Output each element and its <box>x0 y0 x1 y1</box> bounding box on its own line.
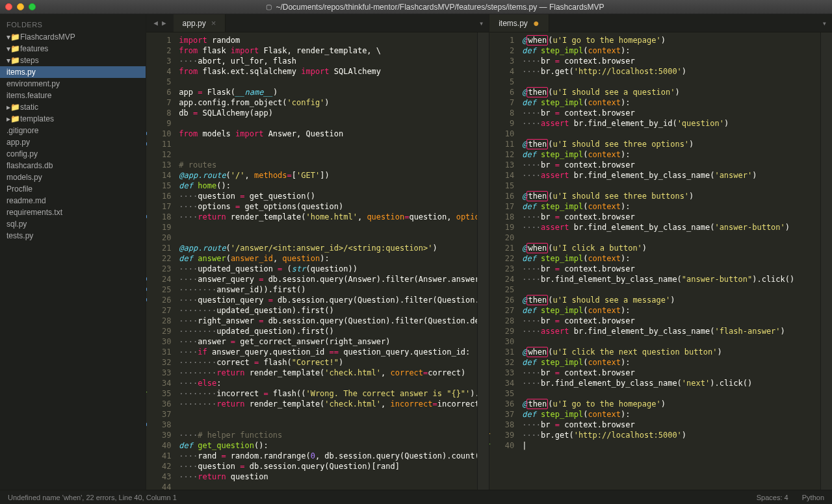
file-item[interactable]: app.py <box>0 136 146 148</box>
file-icon: ▢ <box>266 3 272 10</box>
file-tree[interactable]: ▾📁FlashcardsMVP▾📁features▾📁stepsitems.py… <box>0 31 146 242</box>
window-title: ▢ ~/Documents/repos/thinkful-mentor/Flas… <box>44 3 827 12</box>
statusbar: Undefined name 'when', 22 errors, Line 4… <box>0 490 832 504</box>
tab-label: items.py <box>499 19 528 28</box>
titlebar: ▢ ~/Documents/repos/thinkful-mentor/Flas… <box>0 0 832 14</box>
window-controls <box>5 3 36 10</box>
folder-item[interactable]: ▸📁static <box>0 101 146 113</box>
code-area[interactable]: 1234567891011121314151617181920212223242… <box>146 32 489 490</box>
close-tab-icon[interactable]: × <box>211 18 216 28</box>
file-item[interactable]: tests.py <box>0 230 146 242</box>
file-item[interactable]: sql.py <box>0 218 146 230</box>
gutter: 1234567891011121314151617181920212223242… <box>146 32 175 490</box>
tab-label: app.py <box>183 19 206 28</box>
folder-item[interactable]: ▾📁features <box>0 43 146 55</box>
file-item[interactable]: config.py <box>0 148 146 160</box>
sidebar: FOLDERS ▾📁FlashcardsMVP▾📁features▾📁steps… <box>0 14 146 490</box>
status-language[interactable]: Python <box>802 494 824 501</box>
tab[interactable]: app.py× <box>174 14 226 32</box>
file-item[interactable]: readme.md <box>0 195 146 207</box>
file-item[interactable]: flashcards.db <box>0 160 146 171</box>
tab-bar: items.py●▾ <box>489 14 832 32</box>
minimap[interactable] <box>477 32 489 490</box>
code-content[interactable]: @when(u'I go to the homepage')def step_i… <box>518 32 820 490</box>
folder-item[interactable]: ▸📁templates <box>0 113 146 125</box>
editor-pane: ◀▶app.py×▾123456789101112131415161718192… <box>146 14 489 490</box>
file-item[interactable]: environment.py <box>0 78 146 90</box>
nav-forward-icon[interactable]: ▶ <box>160 19 168 27</box>
file-item[interactable]: requirements.txt <box>0 207 146 218</box>
file-item[interactable]: Procfile <box>0 183 146 195</box>
file-item[interactable]: items.py <box>0 66 146 78</box>
file-item[interactable]: .gitignore <box>0 125 146 136</box>
nav-back-icon[interactable]: ◀ <box>151 19 160 27</box>
code-area[interactable]: 1234567891011121314151617181920212223242… <box>489 32 832 490</box>
tab[interactable]: items.py● <box>489 14 549 32</box>
folder-item[interactable]: ▾📁FlashcardsMVP <box>0 31 146 43</box>
status-spaces[interactable]: Spaces: 4 <box>757 494 788 501</box>
tab-bar: ◀▶app.py×▾ <box>146 14 489 32</box>
code-content[interactable]: import randomfrom flask import Flask, re… <box>175 32 477 490</box>
minimap[interactable] <box>820 32 832 490</box>
folder-item[interactable]: ▾📁steps <box>0 55 146 66</box>
minimize-window-button[interactable] <box>17 3 24 10</box>
sidebar-header: FOLDERS <box>0 18 146 31</box>
file-item[interactable]: models.py <box>0 171 146 183</box>
tab-menu-icon[interactable]: ▾ <box>474 14 489 32</box>
editor-pane: items.py●▾123456789101112131415161718192… <box>489 14 832 490</box>
window-title-text: ~/Documents/repos/thinkful-mentor/Flashc… <box>276 3 604 12</box>
file-item[interactable]: items.feature <box>0 90 146 101</box>
gutter: 1234567891011121314151617181920212223242… <box>489 32 518 490</box>
status-message[interactable]: Undefined name 'when', 22 errors, Line 4… <box>8 494 745 501</box>
tab-menu-icon[interactable]: ▾ <box>817 14 832 32</box>
close-window-button[interactable] <box>5 3 12 10</box>
editor-group: ◀▶app.py×▾123456789101112131415161718192… <box>146 14 832 490</box>
zoom-window-button[interactable] <box>29 3 36 10</box>
